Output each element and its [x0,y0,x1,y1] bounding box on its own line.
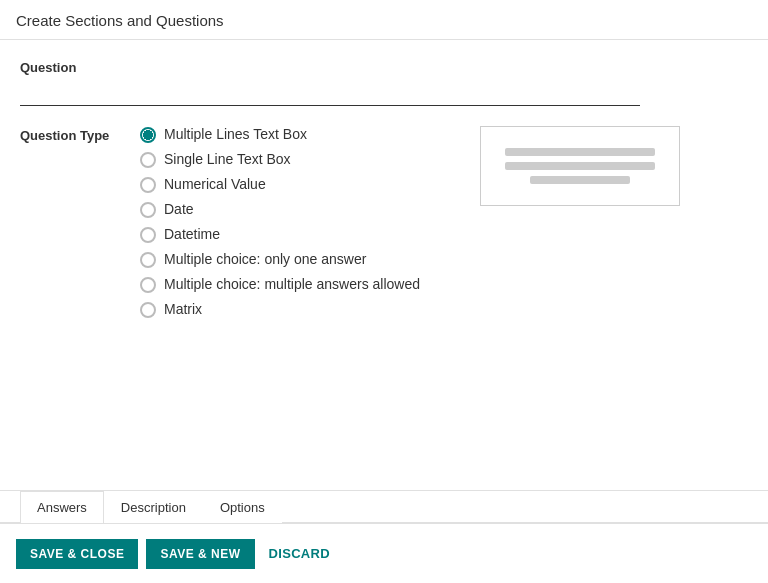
save-new-button[interactable]: SAVE & NEW [146,539,254,569]
radio-option-single-line[interactable]: Single Line Text Box [140,151,420,168]
radio-multiple-lines[interactable] [140,127,156,143]
tab-options[interactable]: Options [203,491,282,523]
radio-label-numerical: Numerical Value [164,176,266,192]
radio-date[interactable] [140,202,156,218]
radio-mc-one[interactable] [140,252,156,268]
save-close-button[interactable]: SAVE & CLOSE [16,539,138,569]
radio-option-mc-multiple[interactable]: Multiple choice: multiple answers allowe… [140,276,420,293]
radio-option-numerical[interactable]: Numerical Value [140,176,420,193]
radio-label-date: Date [164,201,194,217]
tab-description[interactable]: Description [104,491,203,523]
preview-box [480,126,680,206]
radio-label-matrix: Matrix [164,301,202,317]
radio-label-single-line: Single Line Text Box [164,151,291,167]
preview-line-3 [530,176,630,184]
radio-mc-multiple[interactable] [140,277,156,293]
radio-option-datetime[interactable]: Datetime [140,226,420,243]
radio-datetime[interactable] [140,227,156,243]
question-input[interactable] [20,81,640,106]
radio-option-matrix[interactable]: Matrix [140,301,420,318]
preview-line-2 [505,162,655,170]
question-type-label: Question Type [20,126,140,143]
radio-label-datetime: Datetime [164,226,220,242]
tab-answers[interactable]: Answers [20,491,104,523]
radio-label-multiple-lines: Multiple Lines Text Box [164,126,307,142]
page-title: Create Sections and Questions [16,12,224,29]
question-field-group: Question [20,60,748,106]
radio-option-date[interactable]: Date [140,201,420,218]
radio-option-mc-one[interactable]: Multiple choice: only one answer [140,251,420,268]
radio-numerical[interactable] [140,177,156,193]
tabs-section: Answers Description Options [0,490,768,523]
radio-options-list: Multiple Lines Text Box Single Line Text… [140,126,420,318]
footer-bar: SAVE & CLOSE SAVE & NEW DISCARD [0,523,768,583]
page-header: Create Sections and Questions [0,0,768,40]
question-label: Question [20,60,748,75]
radio-single-line[interactable] [140,152,156,168]
main-content: Question Question Type Multiple Lines Te… [0,40,768,513]
question-type-row: Question Type Multiple Lines Text Box Si… [20,126,748,318]
radio-option-multiple-lines[interactable]: Multiple Lines Text Box [140,126,420,143]
preview-line-1 [505,148,655,156]
radio-label-mc-one: Multiple choice: only one answer [164,251,366,267]
discard-button[interactable]: DISCARD [263,538,336,569]
radio-matrix[interactable] [140,302,156,318]
tabs-bar: Answers Description Options [0,491,768,523]
radio-label-mc-multiple: Multiple choice: multiple answers allowe… [164,276,420,292]
